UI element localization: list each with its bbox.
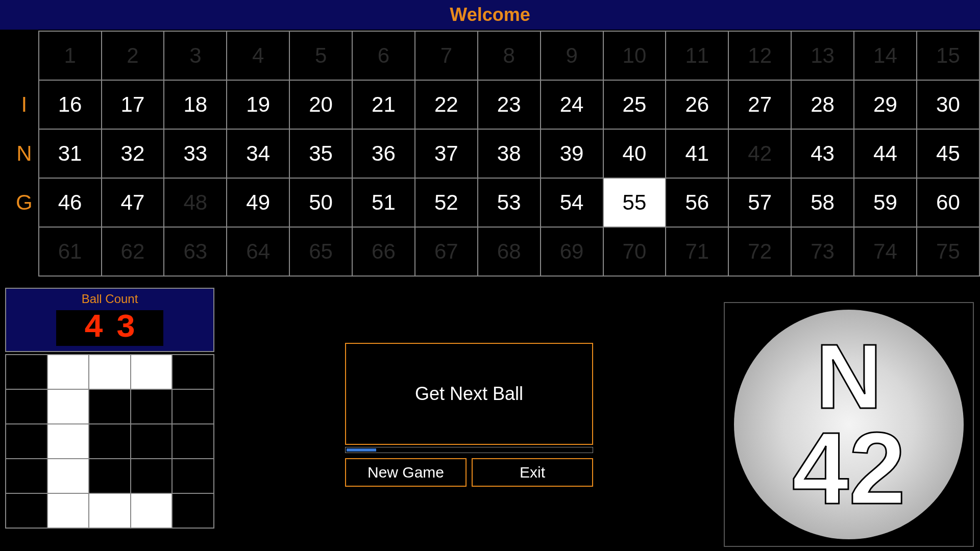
pattern-cell[interactable] xyxy=(47,459,89,493)
board-cell[interactable]: 23 xyxy=(478,80,541,129)
pattern-cell[interactable] xyxy=(6,424,47,459)
board-cell[interactable]: 62 xyxy=(102,227,164,276)
pattern-cell[interactable] xyxy=(172,424,214,459)
pattern-cell[interactable] xyxy=(89,459,131,493)
board-cell[interactable]: 5 xyxy=(289,31,352,80)
board-cell[interactable]: 43 xyxy=(791,129,854,178)
board-cell[interactable]: 6 xyxy=(352,31,415,80)
pattern-cell[interactable] xyxy=(131,493,173,528)
pattern-cell[interactable] xyxy=(6,355,47,389)
board-cell[interactable]: 1 xyxy=(39,31,102,80)
board-cell[interactable]: 40 xyxy=(603,129,666,178)
board-cell[interactable]: 67 xyxy=(415,227,478,276)
board-cell[interactable]: 13 xyxy=(791,31,854,80)
pattern-cell[interactable] xyxy=(47,493,89,528)
pattern-cell[interactable] xyxy=(89,389,131,424)
board-cell[interactable]: 2 xyxy=(102,31,164,80)
board-cell[interactable]: 7 xyxy=(415,31,478,80)
board-cell[interactable]: 66 xyxy=(352,227,415,276)
board-cell[interactable]: 64 xyxy=(227,227,289,276)
pattern-cell[interactable] xyxy=(131,355,173,389)
board-cell[interactable]: 72 xyxy=(728,227,791,276)
pattern-cell[interactable] xyxy=(89,493,131,528)
board-cell[interactable]: 28 xyxy=(791,80,854,129)
board-cell[interactable]: 55 xyxy=(603,178,666,227)
pattern-cell[interactable] xyxy=(172,459,214,493)
board-cell[interactable]: 70 xyxy=(603,227,666,276)
board-cell[interactable]: 57 xyxy=(728,178,791,227)
pattern-cell[interactable] xyxy=(131,459,173,493)
board-cell[interactable]: 65 xyxy=(289,227,352,276)
board-cell[interactable]: 30 xyxy=(917,80,979,129)
board-cell[interactable]: 25 xyxy=(603,80,666,129)
board-cell[interactable]: 26 xyxy=(666,80,728,129)
board-cell[interactable]: 21 xyxy=(352,80,415,129)
board-cell[interactable]: 53 xyxy=(478,178,541,227)
pattern-cell[interactable] xyxy=(172,389,214,424)
board-cell[interactable]: 48 xyxy=(164,178,227,227)
board-cell[interactable]: 74 xyxy=(854,227,917,276)
board-cell[interactable]: 36 xyxy=(352,129,415,178)
board-cell[interactable]: 56 xyxy=(666,178,728,227)
board-cell[interactable]: 22 xyxy=(415,80,478,129)
board-cell[interactable]: 63 xyxy=(164,227,227,276)
board-cell[interactable]: 38 xyxy=(478,129,541,178)
pattern-cell[interactable] xyxy=(172,355,214,389)
board-cell[interactable]: 19 xyxy=(227,80,289,129)
board-cell[interactable]: 8 xyxy=(478,31,541,80)
board-cell[interactable]: 52 xyxy=(415,178,478,227)
board-cell[interactable]: 51 xyxy=(352,178,415,227)
board-cell[interactable]: 18 xyxy=(164,80,227,129)
board-cell[interactable]: 35 xyxy=(289,129,352,178)
new-game-button[interactable]: New Game xyxy=(345,458,467,487)
board-cell[interactable]: 24 xyxy=(541,80,603,129)
board-cell[interactable]: 45 xyxy=(917,129,979,178)
board-cell[interactable]: 41 xyxy=(666,129,728,178)
board-cell[interactable]: 11 xyxy=(666,31,728,80)
board-cell[interactable]: 3 xyxy=(164,31,227,80)
pattern-cell[interactable] xyxy=(6,459,47,493)
board-cell[interactable]: 58 xyxy=(791,178,854,227)
board-cell[interactable]: 34 xyxy=(227,129,289,178)
board-cell[interactable]: 49 xyxy=(227,178,289,227)
board-cell[interactable]: 31 xyxy=(39,129,102,178)
board-cell[interactable]: 29 xyxy=(854,80,917,129)
pattern-cell[interactable] xyxy=(89,355,131,389)
board-cell[interactable]: 61 xyxy=(39,227,102,276)
get-next-ball-button[interactable]: Get Next Ball xyxy=(345,343,593,445)
board-cell[interactable]: 47 xyxy=(102,178,164,227)
board-cell[interactable]: 16 xyxy=(39,80,102,129)
exit-button[interactable]: Exit xyxy=(472,458,593,487)
pattern-cell[interactable] xyxy=(89,424,131,459)
board-cell[interactable]: 14 xyxy=(854,31,917,80)
board-cell[interactable]: 4 xyxy=(227,31,289,80)
board-cell[interactable]: 73 xyxy=(791,227,854,276)
board-cell[interactable]: 9 xyxy=(541,31,603,80)
board-cell[interactable]: 71 xyxy=(666,227,728,276)
pattern-cell[interactable] xyxy=(47,424,89,459)
board-cell[interactable]: 42 xyxy=(728,129,791,178)
board-cell[interactable]: 15 xyxy=(917,31,979,80)
board-cell[interactable]: 60 xyxy=(917,178,979,227)
pattern-cell[interactable] xyxy=(172,493,214,528)
board-cell[interactable]: 32 xyxy=(102,129,164,178)
board-cell[interactable]: 59 xyxy=(854,178,917,227)
board-cell[interactable]: 12 xyxy=(728,31,791,80)
pattern-cell[interactable] xyxy=(131,424,173,459)
board-cell[interactable]: 17 xyxy=(102,80,164,129)
pattern-cell[interactable] xyxy=(6,493,47,528)
board-cell[interactable]: 20 xyxy=(289,80,352,129)
pattern-cell[interactable] xyxy=(6,389,47,424)
board-cell[interactable]: 44 xyxy=(854,129,917,178)
board-cell[interactable]: 33 xyxy=(164,129,227,178)
board-cell[interactable]: 10 xyxy=(603,31,666,80)
board-cell[interactable]: 46 xyxy=(39,178,102,227)
board-cell[interactable]: 50 xyxy=(289,178,352,227)
board-cell[interactable]: 54 xyxy=(541,178,603,227)
board-cell[interactable]: 68 xyxy=(478,227,541,276)
pattern-cell[interactable] xyxy=(131,389,173,424)
pattern-cell[interactable] xyxy=(47,389,89,424)
board-cell[interactable]: 39 xyxy=(541,129,603,178)
board-cell[interactable]: 69 xyxy=(541,227,603,276)
board-cell[interactable]: 75 xyxy=(917,227,979,276)
